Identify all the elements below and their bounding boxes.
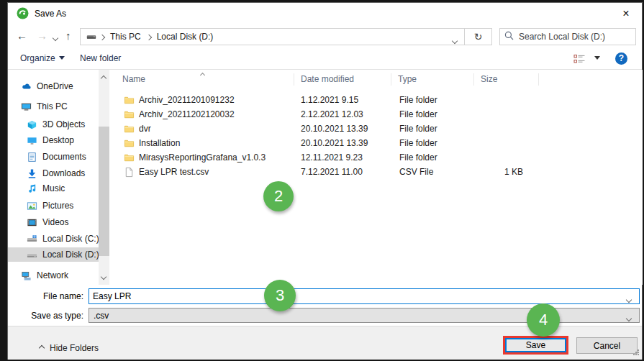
network-icon — [21, 270, 32, 281]
cancel-button[interactable]: Cancel — [576, 337, 638, 354]
breadcrumb-chevron-icon — [147, 32, 151, 42]
details-view-icon[interactable] — [573, 54, 586, 66]
refresh-icon[interactable]: ↻ — [465, 28, 492, 45]
save-as-type-dropdown-icon[interactable] — [627, 313, 631, 323]
sidebar-item-label: Local Disk (D:) — [42, 250, 99, 260]
address-dropdown-icon[interactable] — [453, 35, 457, 45]
file-name-input[interactable] — [89, 288, 640, 304]
sidebar-item-label: 3D Objects — [42, 119, 85, 129]
title-bar: Save As × — [8, 3, 642, 24]
table-row[interactable]: Easy LPR test.csv7.12.2021 11.00CSV File… — [109, 165, 643, 179]
table-row[interactable]: Installation20.10.2021 13.39File folder — [109, 136, 643, 150]
table-row[interactable]: MirasysReportingGrafana_v1.0.312.11.2021… — [109, 150, 643, 165]
column-header-type[interactable]: Type — [391, 73, 474, 86]
collapse-icon — [39, 345, 45, 351]
save-button[interactable]: Save — [505, 338, 566, 352]
sidebar-scrollbar[interactable] — [99, 70, 109, 285]
sidebar-item-this-pc[interactable]: This PC — [8, 99, 99, 114]
document-icon — [27, 152, 37, 163]
file-name: Archiv_20211201091232 — [139, 95, 235, 105]
table-row[interactable]: Archiv_202112021200322.12.2021 12.03File… — [109, 107, 643, 122]
new-folder-button[interactable]: New folder — [80, 53, 121, 63]
address-bar[interactable]: This PC Local Disk (D:) — [80, 28, 465, 45]
hide-folders-toggle[interactable]: Hide Folders — [40, 343, 99, 353]
csv-file-icon — [124, 167, 135, 178]
file-type: File folder — [391, 124, 474, 134]
file-rows: Archiv_202112010912321.12.2021 9.15File … — [109, 93, 643, 179]
save-as-type-value: .csv — [94, 311, 109, 321]
picture-icon — [27, 201, 37, 211]
scrollbar-thumb[interactable] — [99, 127, 109, 256]
file-date: 1.12.2021 9.15 — [294, 95, 391, 105]
help-button[interactable]: ? — [615, 52, 627, 65]
sidebar-item-pictures[interactable]: Pictures — [8, 198, 99, 213]
sidebar-item-3d-objects[interactable]: 3D Objects — [8, 117, 99, 132]
organize-button[interactable]: Organize — [20, 53, 65, 63]
file-date: 12.11.2021 9.23 — [294, 152, 391, 163]
file-type: File folder — [391, 95, 474, 105]
sidebar-item-videos[interactable]: Videos — [8, 215, 99, 229]
file-name: dvr — [139, 124, 151, 134]
forward-icon[interactable]: → — [37, 28, 47, 44]
cube-icon — [27, 119, 37, 130]
drive-icon — [27, 250, 37, 260]
file-name-dropdown-icon[interactable] — [627, 294, 631, 304]
command-toolbar: Organize New folder ? — [8, 48, 642, 70]
download-arrow-icon — [27, 168, 37, 179]
table-row[interactable]: Archiv_202112010912321.12.2021 9.15File … — [109, 93, 643, 107]
save-as-dialog: Save As × ← → ↑ This PC Local Disk (D:) … — [7, 2, 643, 360]
folder-icon — [124, 138, 135, 149]
close-icon[interactable]: × — [617, 5, 635, 22]
resize-grip[interactable] — [633, 348, 640, 358]
breadcrumb-chevron-icon — [100, 32, 104, 42]
sidebar-item-local-disk-c[interactable]: Local Disk (C:) — [8, 232, 99, 246]
file-type: File folder — [391, 152, 474, 163]
search-input[interactable] — [519, 32, 631, 42]
music-note-icon — [27, 183, 37, 194]
sidebar-item-label: Documents — [42, 152, 86, 162]
system-drive-icon — [27, 234, 37, 245]
file-name: Archiv_20211202120032 — [139, 109, 235, 119]
file-type: File folder — [391, 109, 474, 119]
column-header-name[interactable]: Name — [109, 73, 294, 86]
sidebar-item-label: Videos — [42, 217, 68, 227]
annotation-step-4: 4 — [527, 303, 560, 337]
recent-locations-chevron-icon[interactable] — [53, 32, 58, 42]
sidebar-item-onedrive[interactable]: OneDrive — [8, 79, 99, 93]
search-box[interactable] — [499, 28, 636, 45]
up-icon[interactable]: ↑ — [65, 28, 71, 44]
scroll-down-icon[interactable] — [101, 271, 106, 281]
breadcrumb-this-pc[interactable]: This PC — [106, 32, 145, 42]
file-list: NameDate modifiedTypeSize Archiv_2021120… — [109, 70, 643, 285]
sidebar-item-music[interactable]: Music — [8, 181, 99, 196]
sidebar-item-desktop[interactable]: Desktop — [8, 133, 99, 147]
sidebar-list: OneDriveThis PC3D ObjectsDesktopDocument… — [8, 70, 99, 285]
column-header-row: NameDate modifiedTypeSize — [109, 70, 643, 89]
sidebar-item-network[interactable]: Network — [8, 268, 99, 283]
column-header-size[interactable]: Size — [474, 73, 539, 86]
navigation-bar: ← → ↑ This PC Local Disk (D:) ↻ — [8, 24, 642, 48]
view-options-dropdown-icon[interactable] — [591, 53, 600, 63]
file-type: CSV File — [391, 167, 474, 177]
folder-icon — [124, 152, 135, 163]
save-as-type-label: Save as type: — [8, 311, 83, 321]
sidebar-item-label: Music — [42, 183, 65, 193]
sidebar-item-label: Local Disk (C:) — [42, 234, 99, 244]
sort-ascending-icon — [201, 68, 204, 81]
annotation-step-2: 2 — [263, 181, 294, 211]
organize-dropdown-icon — [59, 56, 65, 60]
scroll-up-icon[interactable] — [101, 73, 106, 83]
sidebar-item-label: Network — [37, 270, 68, 280]
sidebar-item-documents[interactable]: Documents — [8, 150, 99, 164]
sidebar-item-label: This PC — [37, 101, 68, 111]
file-size: 1 KB — [474, 167, 539, 177]
sidebar-item-local-disk-d[interactable]: Local Disk (D:) — [8, 247, 99, 262]
table-row[interactable]: dvr20.10.2021 13.39File folder — [109, 122, 643, 136]
sidebar-item-downloads[interactable]: Downloads — [8, 166, 99, 180]
search-icon — [504, 31, 514, 42]
file-date: 2.12.2021 12.03 — [294, 109, 391, 119]
breadcrumb-local-disk-d[interactable]: Local Disk (D:) — [153, 32, 218, 42]
back-icon[interactable]: ← — [17, 28, 27, 44]
column-header-date-modified[interactable]: Date modified — [294, 73, 391, 86]
onedrive-cloud-icon — [21, 81, 32, 92]
